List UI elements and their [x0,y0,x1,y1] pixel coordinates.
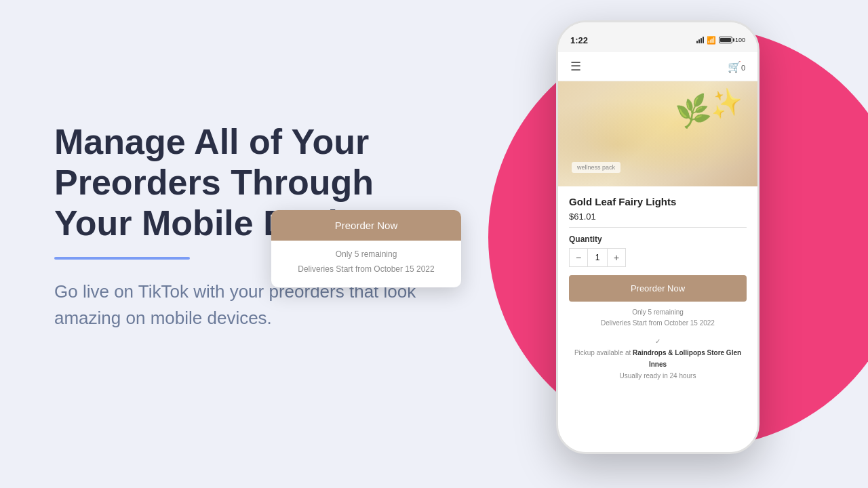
product-image: 🌿✨ wellness pack [558,81,757,186]
product-title: Gold Leaf Fairy Lights [569,196,747,207]
battery-level: 100 [735,37,745,43]
phone-outer: 1:22 📶 100 ☰ 🛒0 [556,20,760,454]
wifi-icon: 📶 [707,36,716,45]
quantity-section: Quantity − 1 + [569,235,747,267]
quantity-label: Quantity [569,235,747,244]
phone-status-bar: 1:22 📶 100 [558,22,757,52]
phone-screen: ☰ 🛒0 🌿✨ wellness pack Gold Leaf Fairy Li… [558,52,757,452]
phone-time: 1:22 [570,35,588,45]
quantity-controls: − 1 + [569,248,747,267]
store-name: Raindrops & Lollipops Store Glen Innes [633,349,741,368]
product-price: $61.01 [569,211,747,228]
product-label: wellness pack [572,162,620,173]
product-details: Gold Leaf Fairy Lights $61.01 Quantity −… [558,186,757,388]
tooltip-card: Preorder Now Only 5 remaining Deliveries… [271,210,461,287]
cart-icon[interactable]: 🛒0 [728,60,745,73]
quantity-decrease-button[interactable]: − [569,248,588,267]
phone-preorder-button[interactable]: Preorder Now [569,275,747,302]
phone-mockup: 1:22 📶 100 ☰ 🛒0 [556,20,760,454]
quantity-increase-button[interactable]: + [607,248,626,267]
phone-delivery-info: Only 5 remaining Deliveries Start from O… [569,307,747,329]
heading-underline [54,257,190,260]
phone-pickup-info: ✓ Pickup available at Raindrops & Lollip… [569,336,747,382]
tooltip-preorder-button[interactable]: Preorder Now [271,210,461,241]
battery-icon [719,37,732,43]
hamburger-icon[interactable]: ☰ [570,59,581,74]
signal-bars-icon [696,37,704,43]
pickup-checkmark: ✓ [569,336,747,347]
tooltip-delivery-info: Only 5 remaining Deliveries Start from O… [271,241,461,277]
phone-navbar: ☰ 🛒0 [558,52,757,81]
phone-status-icons: 📶 100 [696,36,745,45]
quantity-value: 1 [588,248,607,267]
